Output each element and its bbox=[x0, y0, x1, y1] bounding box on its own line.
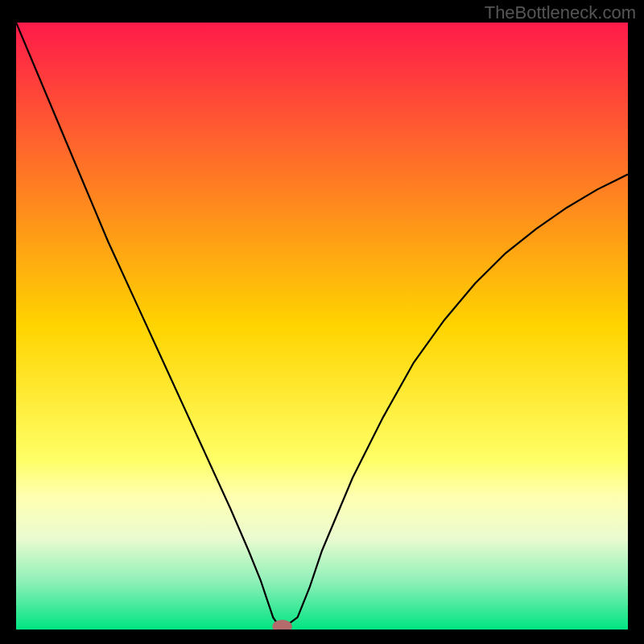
watermark-text: TheBottleneck.com bbox=[485, 2, 636, 23]
chart-background bbox=[16, 23, 628, 630]
bottleneck-chart bbox=[16, 23, 628, 630]
chart-frame: TheBottleneck.com bbox=[0, 0, 644, 644]
